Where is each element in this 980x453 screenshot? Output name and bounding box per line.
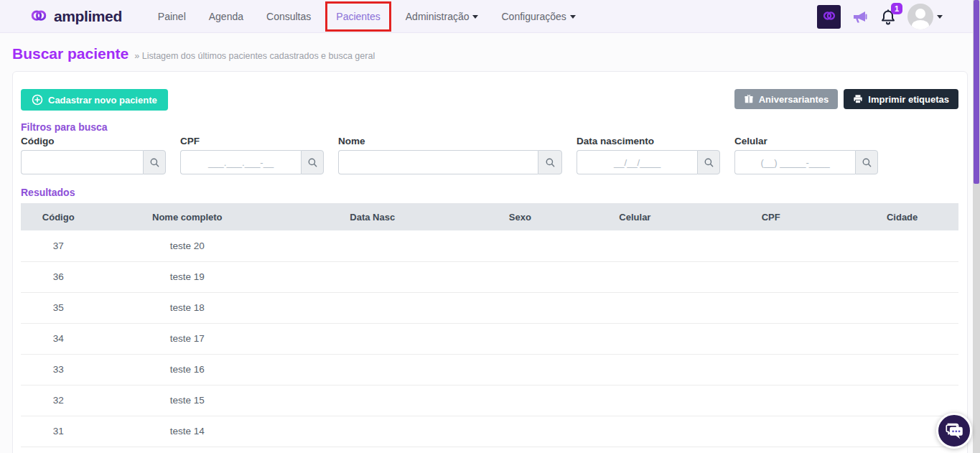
cell-nome: teste 18 bbox=[95, 292, 279, 323]
cell-codigo: 34 bbox=[21, 323, 95, 354]
search-icon bbox=[149, 157, 160, 168]
nome-search-button[interactable] bbox=[538, 150, 562, 174]
cell-cpf bbox=[696, 292, 846, 323]
pacientes-highlight-annotation: Pacientes bbox=[325, 1, 391, 32]
results-table: Código Nome completo Data Nasc Sexo Celu… bbox=[21, 203, 958, 447]
col-nome-completo: Nome completo bbox=[95, 203, 279, 230]
cell-cpf bbox=[696, 416, 846, 447]
table-row[interactable]: 32 teste 15 bbox=[21, 385, 958, 416]
cpf-input[interactable] bbox=[180, 150, 301, 174]
cell-cidade bbox=[846, 323, 958, 354]
cell-data-nasc bbox=[279, 354, 466, 385]
cell-sexo bbox=[466, 416, 574, 447]
col-sexo: Sexo bbox=[466, 203, 574, 230]
cpf-search-button[interactable] bbox=[301, 150, 324, 174]
codigo-input[interactable] bbox=[21, 150, 143, 174]
nav-item-agenda[interactable]: Agenda bbox=[197, 11, 255, 22]
cell-cpf bbox=[696, 385, 846, 416]
chevron-down-icon bbox=[570, 15, 576, 19]
col-cidade: Cidade bbox=[846, 203, 958, 230]
nav-item-configuracoes[interactable]: Configurações bbox=[490, 11, 587, 22]
plus-circle-icon bbox=[32, 94, 43, 106]
cell-nome: teste 19 bbox=[95, 261, 279, 292]
cell-cidade bbox=[846, 261, 958, 292]
cell-cidade bbox=[846, 385, 958, 416]
cell-data-nasc bbox=[279, 323, 466, 354]
cell-celular bbox=[574, 230, 696, 261]
nav-item-administracao[interactable]: Administração bbox=[394, 11, 490, 22]
print-labels-button[interactable]: Imprimir etiquetas bbox=[844, 89, 958, 109]
cell-sexo bbox=[466, 354, 574, 385]
cell-sexo bbox=[466, 261, 574, 292]
celular-input[interactable] bbox=[734, 150, 855, 174]
cell-celular bbox=[574, 385, 696, 416]
nav-item-consultas[interactable]: Consultas bbox=[255, 11, 322, 22]
vertical-scrollbar[interactable] bbox=[973, 0, 980, 453]
table-row[interactable]: 36 teste 19 bbox=[21, 261, 958, 292]
codigo-search-button[interactable] bbox=[143, 150, 166, 174]
brand-logo[interactable]: amplimed bbox=[29, 6, 122, 27]
top-navbar: amplimed Painel Agenda Consultas Pacient… bbox=[0, 0, 980, 33]
avatar bbox=[907, 4, 933, 29]
filter-cpf: CPF bbox=[180, 136, 324, 174]
cell-data-nasc bbox=[279, 230, 466, 261]
toolbar: Cadastrar novo paciente Aniversariantes bbox=[21, 89, 958, 111]
cell-codigo: 35 bbox=[21, 292, 95, 323]
filter-label: Código bbox=[21, 136, 166, 146]
filter-nome: Nome bbox=[338, 136, 562, 174]
col-data-nasc: Data Nasc bbox=[279, 203, 466, 230]
app-logo-button[interactable] bbox=[817, 5, 841, 29]
filter-label: Data nascimento bbox=[577, 136, 720, 146]
col-cpf: CPF bbox=[696, 203, 846, 230]
cell-cpf bbox=[696, 261, 846, 292]
breadcrumb: » Listagem dos últimos pacientes cadastr… bbox=[134, 51, 375, 61]
col-celular: Celular bbox=[574, 203, 696, 230]
amplimed-heart-icon bbox=[821, 9, 837, 24]
search-icon bbox=[704, 157, 714, 168]
cell-nome: teste 14 bbox=[95, 416, 279, 447]
data-nascimento-search-button[interactable] bbox=[697, 150, 720, 174]
filter-label: Nome bbox=[338, 136, 562, 146]
scrollbar-thumb[interactable] bbox=[974, 0, 979, 184]
chat-support-button[interactable] bbox=[936, 413, 972, 449]
brand-wordmark: amplimed bbox=[54, 8, 122, 25]
cell-sexo bbox=[466, 323, 574, 354]
gift-icon bbox=[744, 94, 754, 104]
cell-codigo: 33 bbox=[21, 354, 95, 385]
table-row[interactable]: 34 teste 17 bbox=[21, 323, 958, 354]
toolbar-right: Aniversariantes Imprimir etiquetas bbox=[734, 89, 958, 109]
cell-celular bbox=[574, 323, 696, 354]
cell-cidade bbox=[846, 292, 958, 323]
nome-input[interactable] bbox=[338, 150, 538, 174]
amplimed-heart-icon bbox=[29, 6, 49, 27]
nav-item-painel[interactable]: Painel bbox=[146, 11, 197, 22]
search-patient-card: Cadastrar novo paciente Aniversariantes bbox=[12, 71, 968, 453]
cell-nome: teste 16 bbox=[95, 354, 279, 385]
table-header-row: Código Nome completo Data Nasc Sexo Celu… bbox=[21, 203, 958, 230]
col-codigo: Código bbox=[21, 203, 95, 230]
table-row[interactable]: 33 teste 16 bbox=[21, 354, 958, 385]
user-menu[interactable] bbox=[907, 4, 943, 29]
cell-data-nasc bbox=[279, 385, 466, 416]
nav-item-pacientes[interactable]: Pacientes bbox=[336, 11, 380, 22]
table-row[interactable]: 31 teste 14 bbox=[21, 416, 958, 447]
birthdays-button[interactable]: Aniversariantes bbox=[734, 89, 839, 109]
cell-data-nasc bbox=[279, 292, 466, 323]
cell-nome: teste 15 bbox=[95, 385, 279, 416]
new-patient-button[interactable]: Cadastrar novo paciente bbox=[21, 89, 168, 111]
cell-celular bbox=[574, 292, 696, 323]
chevron-down-icon bbox=[937, 15, 943, 19]
results-title: Resultados bbox=[21, 187, 958, 198]
data-nascimento-input[interactable] bbox=[577, 150, 697, 174]
cell-celular bbox=[574, 354, 696, 385]
notifications-button[interactable]: 1 bbox=[879, 8, 897, 26]
table-row[interactable]: 35 teste 18 bbox=[21, 292, 958, 323]
celular-search-button[interactable] bbox=[855, 150, 878, 174]
announcements-button[interactable] bbox=[851, 8, 869, 25]
cell-cidade bbox=[846, 354, 958, 385]
filter-data-nascimento: Data nascimento bbox=[577, 136, 720, 174]
chat-bubbles-icon bbox=[943, 421, 965, 441]
cell-celular bbox=[574, 416, 696, 447]
table-row[interactable]: 37 teste 20 bbox=[21, 230, 958, 261]
cell-sexo bbox=[466, 385, 574, 416]
